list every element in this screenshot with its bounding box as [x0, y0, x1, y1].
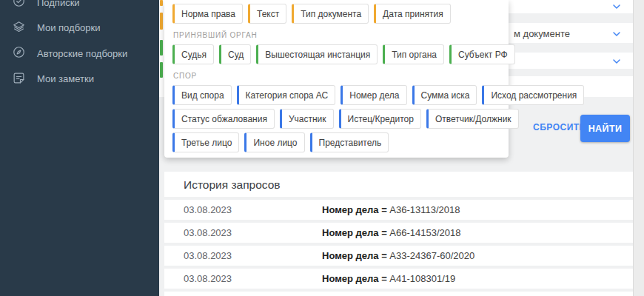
filter-tag[interactable]: Представитель [310, 132, 389, 152]
history-row[interactable]: 03.08.2023Номер дела = А41-108301/19 [164, 269, 633, 289]
filter-tag-row: Статус обжалованияУчастникИстец/Кредитор… [172, 109, 501, 129]
filter-tag[interactable]: Вышестоящая инстанция [256, 44, 378, 64]
accordion-row-2-label-fragment: м документе [514, 28, 570, 39]
chevron-down-icon[interactable] [611, 56, 623, 67]
history-query: Номер дела = А66-14153/2018 [322, 227, 461, 238]
filter-tag[interactable]: Участник [280, 109, 334, 129]
clipped-tag-fragment [160, 13, 163, 30]
filter-tag[interactable]: Исход рассмотрения [482, 85, 584, 105]
search-history-card: История запросов 03.08.2023Номер дела = … [164, 172, 633, 296]
note-icon [12, 71, 26, 87]
history-date: 03.08.2023 [184, 204, 322, 215]
history-query: Номер дела = А36-13113/2018 [322, 204, 460, 215]
search-history-title: История запросов [164, 172, 633, 197]
compass-icon [12, 45, 26, 61]
filter-tag[interactable]: Дата принятия [374, 4, 451, 24]
background-tag-fragments [159, 0, 164, 97]
filter-dropdown-panel: Норма праваТекстТип документаДата принят… [164, 0, 509, 158]
sidebar: ПодпискиМои подборкиАвторские подборкиМо… [0, 0, 159, 296]
filter-section-label: ПРИНЯВШИЙ ОРГАН [173, 31, 501, 39]
sidebar-item-label: Авторские подборки [37, 48, 127, 59]
history-query: Номер дела = А33-24367-60/2020 [322, 250, 474, 261]
filter-sections: ПРИНЯВШИЙ ОРГАНСудьяСудВышестоящая инста… [172, 31, 501, 152]
filter-tag[interactable]: Суд [219, 44, 251, 64]
clipped-tag-fragment [160, 62, 163, 78]
clipped-tag-fragment [160, 0, 163, 6]
history-row[interactable]: 13.07.2023Текст = И [164, 292, 633, 296]
history-row[interactable]: 03.08.2023Номер дела = А66-14153/2018 [164, 223, 633, 243]
sidebar-item-check-circle[interactable]: Подписки [0, 0, 159, 16]
sidebar-item-label: Мои подборки [37, 22, 101, 33]
filter-tag-row: Третье лицоИное лицоПредставитель [172, 132, 501, 152]
search-history-list: 03.08.2023Номер дела = А36-13113/201803.… [164, 200, 633, 296]
history-row[interactable]: 03.08.2023Номер дела = А33-24367-60/2020 [164, 246, 633, 266]
right-edge-gutter [633, 0, 644, 296]
sidebar-item-compass[interactable]: Авторские подборки [0, 41, 159, 67]
filter-tag[interactable]: Субъект РФ [449, 44, 515, 64]
history-row[interactable]: 03.08.2023Номер дела = А36-13113/2018 [164, 200, 633, 220]
sidebar-item-layers[interactable]: Мои подборки [0, 16, 159, 41]
chevron-down-icon[interactable] [611, 28, 623, 40]
filter-tag-row: СудьяСудВышестоящая инстанцияТип органаС… [172, 44, 501, 64]
filter-tag[interactable]: Статус обжалования [172, 109, 275, 129]
filter-tag[interactable]: Категория спора АС [237, 85, 336, 105]
filter-tag[interactable]: Тип органа [383, 44, 444, 64]
history-query: Номер дела = А41-108301/19 [322, 273, 455, 284]
filter-tag[interactable]: Текст [248, 4, 286, 24]
filter-tag[interactable]: Третье лицо [172, 132, 239, 152]
sidebar-menu: ПодпискиМои подборкиАвторские подборкиМо… [0, 0, 159, 92]
app-page: ПодпискиМои подборкиАвторские подборкиМо… [0, 0, 644, 296]
history-date: 03.08.2023 [184, 273, 322, 284]
sidebar-item-note[interactable]: Мои заметки [0, 67, 159, 92]
history-date: 03.08.2023 [184, 227, 322, 238]
filter-tag[interactable]: Ответчик/Должник [426, 109, 519, 129]
filter-tag[interactable]: Тип документа [292, 4, 369, 24]
filter-tag[interactable]: Истец/Кредитор [339, 109, 421, 129]
check-circle-icon [12, 0, 26, 10]
filter-tag[interactable]: Норма права [172, 4, 243, 24]
chevron-down-icon[interactable] [611, 1, 623, 13]
clipped-tag-fragment [160, 40, 163, 56]
filter-tag[interactable]: Иное лицо [244, 132, 304, 152]
layers-icon [12, 20, 26, 36]
filter-tag-row: Вид спораКатегория спора АСНомер делаСум… [172, 85, 501, 105]
filter-tag[interactable]: Сумма иска [412, 85, 477, 105]
filter-tag[interactable]: Судья [172, 44, 214, 64]
filter-tags-document: Норма праваТекстТип документаДата принят… [172, 4, 501, 24]
sidebar-item-label: Подписки [37, 0, 80, 8]
history-date: 03.08.2023 [184, 250, 322, 261]
search-button[interactable]: НАЙТИ [580, 115, 630, 142]
filter-section-label: СПОР [173, 72, 501, 80]
filter-tag[interactable]: Вид спора [172, 85, 232, 105]
sidebar-item-label: Мои заметки [37, 73, 94, 84]
filter-tag[interactable]: Номер дела [341, 85, 406, 105]
